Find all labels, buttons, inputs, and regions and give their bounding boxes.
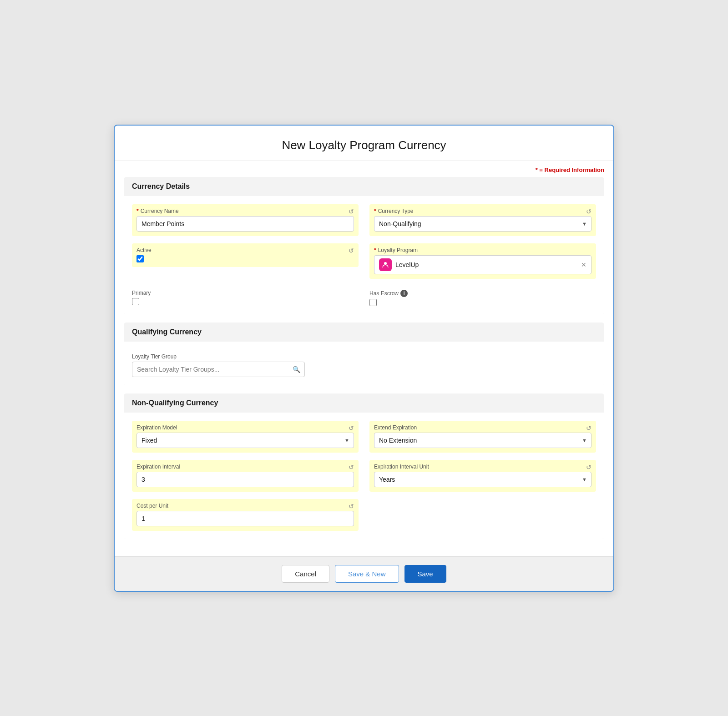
field-group-tier-group: Loyalty Tier Group 🔍 (132, 350, 305, 377)
cost-per-unit-label: Cost per Unit (136, 503, 354, 509)
save-new-button[interactable]: Save & New (335, 565, 399, 583)
levelup-icon (379, 258, 392, 271)
col-currency-type: * Currency Type ↺ Non-Qualifying Qualify… (369, 204, 596, 236)
active-checkbox-row (136, 255, 354, 262)
col-extend-expiration: Extend Expiration ↺ No Extension Extend (369, 421, 596, 453)
currency-type-label: * Currency Type (374, 208, 592, 214)
field-group-currency-type: * Currency Type ↺ Non-Qualifying Qualify… (369, 204, 596, 236)
required-info: * = Required Information (115, 161, 613, 177)
svg-point-0 (384, 262, 387, 265)
expiration-model-select[interactable]: Fixed Rolling None (136, 433, 354, 448)
field-group-cost-per-unit: Cost per Unit ↺ (132, 499, 359, 531)
form-row-1: * Currency Name ↺ * Currency Type (132, 204, 596, 236)
primary-checkbox[interactable] (132, 298, 139, 305)
nq-form-row-3: Cost per Unit ↺ (132, 499, 596, 531)
col-tier-group: Loyalty Tier Group 🔍 (132, 350, 305, 377)
active-checkbox[interactable] (136, 255, 144, 262)
field-group-active: Active ↺ (132, 243, 359, 267)
section-non-qualifying-currency: Non-Qualifying Currency Expiration Model… (124, 393, 604, 539)
reset-active-icon[interactable]: ↺ (349, 247, 354, 254)
section-non-qualifying-currency-title: Non-Qualifying Currency (124, 393, 604, 413)
cancel-button[interactable]: Cancel (282, 565, 329, 583)
reset-expiration-model-icon[interactable]: ↺ (349, 424, 354, 432)
dialog-title: New Loyalty Program Currency (124, 138, 604, 152)
reset-extend-expiration-icon[interactable]: ↺ (586, 424, 592, 432)
currency-type-select[interactable]: Non-Qualifying Qualifying (374, 216, 592, 232)
reset-currency-name-icon[interactable]: ↺ (349, 208, 354, 215)
section-currency-details-title: Currency Details (124, 177, 604, 196)
reset-cost-per-unit-icon[interactable]: ↺ (349, 503, 354, 510)
dialog-body: Currency Details * Currency Name ↺ (115, 177, 613, 556)
loyalty-program-field: LevelUp ✕ (374, 255, 592, 274)
section-currency-details: Currency Details * Currency Name ↺ (124, 177, 604, 314)
currency-type-select-wrapper: Non-Qualifying Qualifying (374, 216, 592, 232)
loyalty-program-clear-icon[interactable]: ✕ (581, 261, 586, 268)
col-currency-name: * Currency Name ↺ (132, 204, 359, 236)
primary-checkbox-row (132, 298, 359, 305)
dialog-header: New Loyalty Program Currency (115, 126, 613, 161)
has-escrow-info-icon[interactable]: i (400, 290, 408, 297)
loyalty-program-value: LevelUp (395, 261, 577, 268)
tier-group-search-input[interactable] (132, 362, 305, 377)
dialog-footer: Cancel Save & New Save (115, 556, 613, 591)
col-has-escrow: Has Escrow i (369, 286, 596, 306)
save-button[interactable]: Save (404, 565, 446, 583)
field-group-expiration-model: Expiration Model ↺ Fixed Rolling None (132, 421, 359, 453)
has-escrow-checkbox[interactable] (369, 299, 377, 306)
expiration-model-label: Expiration Model (136, 424, 354, 431)
col-expiration-interval: Expiration Interval ↺ (132, 460, 359, 492)
required-star-loyalty: * (374, 247, 376, 253)
field-group-currency-name: * Currency Name ↺ (132, 204, 359, 236)
has-escrow-label: Has Escrow i (369, 290, 596, 297)
field-group-expiration-interval-unit: Expiration Interval Unit ↺ Years Months … (369, 460, 596, 492)
col-active: Active ↺ (132, 243, 359, 279)
col-loyalty-program: * Loyalty Program LevelU (369, 243, 596, 279)
form-row-3: Primary Has Escrow i (132, 286, 596, 306)
active-label: Active (136, 247, 354, 253)
expiration-interval-label: Expiration Interval (136, 464, 354, 470)
col-expiration-model: Expiration Model ↺ Fixed Rolling None (132, 421, 359, 453)
expiration-interval-unit-select-wrapper: Years Months Days (374, 472, 592, 487)
cost-per-unit-input[interactable] (136, 511, 354, 526)
expiration-interval-unit-label: Expiration Interval Unit (374, 464, 592, 470)
section-currency-details-content: * Currency Name ↺ * Currency Type (124, 196, 604, 314)
currency-name-label: * Currency Name (136, 208, 354, 214)
section-non-qualifying-currency-content: Expiration Model ↺ Fixed Rolling None (124, 413, 604, 539)
field-group-loyalty-program: * Loyalty Program LevelU (369, 243, 596, 279)
loyalty-program-label: * Loyalty Program (374, 247, 592, 253)
col-empty (369, 499, 596, 531)
col-expiration-interval-unit: Expiration Interval Unit ↺ Years Months … (369, 460, 596, 492)
dialog: New Loyalty Program Currency * = Require… (114, 125, 614, 592)
extend-expiration-select[interactable]: No Extension Extend (374, 433, 592, 448)
reset-currency-type-icon[interactable]: ↺ (586, 208, 592, 215)
col-cost-per-unit: Cost per Unit ↺ (132, 499, 359, 531)
required-star: * (536, 166, 538, 173)
form-row-2: Active ↺ * Loyalty (132, 243, 596, 279)
primary-label: Primary (132, 290, 359, 296)
tier-group-search-wrapper: 🔍 (132, 362, 305, 377)
field-group-expiration-interval: Expiration Interval ↺ (132, 460, 359, 492)
required-star-name: * (136, 208, 139, 214)
form-row-tier-group: Loyalty Tier Group 🔍 (132, 350, 596, 377)
currency-name-input[interactable] (136, 216, 354, 232)
section-qualifying-currency: Qualifying Currency Loyalty Tier Group 🔍 (124, 323, 604, 385)
reset-expiration-interval-unit-icon[interactable]: ↺ (586, 464, 592, 471)
field-group-extend-expiration: Extend Expiration ↺ No Extension Extend (369, 421, 596, 453)
nq-form-row-2: Expiration Interval ↺ Expiration Interva… (132, 460, 596, 492)
extend-expiration-select-wrapper: No Extension Extend (374, 433, 592, 448)
nq-form-row-1: Expiration Model ↺ Fixed Rolling None (132, 421, 596, 453)
tier-group-label: Loyalty Tier Group (132, 353, 305, 360)
section-qualifying-currency-title: Qualifying Currency (124, 323, 604, 342)
extend-expiration-label: Extend Expiration (374, 424, 592, 431)
expiration-model-select-wrapper: Fixed Rolling None (136, 433, 354, 448)
section-qualifying-currency-content: Loyalty Tier Group 🔍 (124, 342, 604, 385)
col-primary: Primary (132, 286, 359, 306)
field-group-primary: Primary (132, 286, 359, 305)
search-icon: 🔍 (293, 366, 300, 373)
expiration-interval-input[interactable] (136, 472, 354, 487)
has-escrow-checkbox-row (369, 299, 596, 306)
required-star-type: * (374, 208, 376, 214)
field-group-has-escrow: Has Escrow i (369, 286, 596, 306)
reset-expiration-interval-icon[interactable]: ↺ (349, 464, 354, 471)
expiration-interval-unit-select[interactable]: Years Months Days (374, 472, 592, 487)
